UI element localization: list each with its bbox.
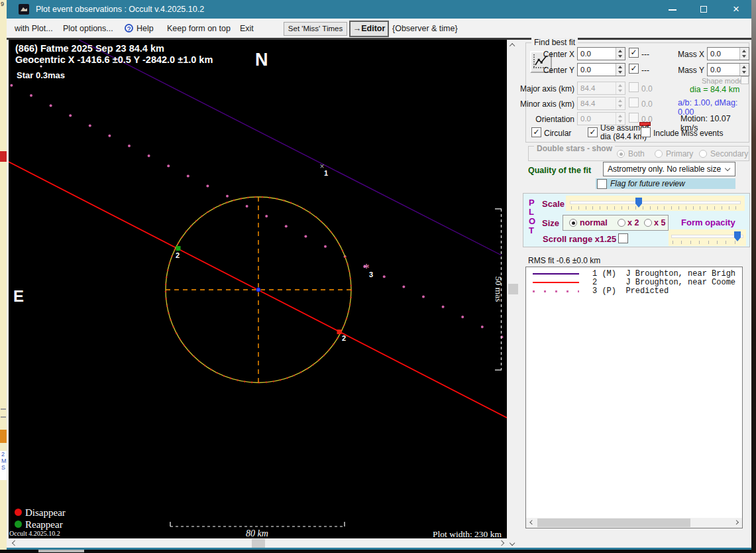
chord1-line-sample: [533, 273, 579, 275]
scroll-right-icon[interactable]: [499, 540, 505, 546]
center-y-label: Center Y: [533, 66, 574, 75]
reappear-dot: [15, 521, 22, 528]
center-y-spin-buttons[interactable]: [616, 64, 625, 76]
predicted-chord-dots: [10, 84, 503, 339]
chord-legend-listbox[interactable]: 1 (M) J Broughton, near Brigh 2 J Brough…: [525, 267, 743, 528]
close-button[interactable]: ×: [721, 0, 751, 19]
plot-canvas[interactable]: 22×1*3 (866) Fatme 2025 Sep 23 84.4 km G…: [9, 40, 507, 538]
horizontal-scrollbar-thumb[interactable]: [252, 539, 265, 548]
chord-3-predicted-dot: [442, 306, 445, 308]
major-axis-spin-buttons[interactable]: [616, 82, 625, 94]
center-x-checkbox[interactable]: [629, 48, 639, 58]
menu-with-plot[interactable]: with Plot...: [15, 24, 53, 33]
chord-3-predicted-dot: [128, 145, 131, 147]
use-assumed-dia-checkbox[interactable]: [588, 127, 598, 137]
scroll-right-icon[interactable]: [734, 520, 739, 525]
list-item[interactable]: 1 (M) J Broughton, near Brigh: [531, 269, 738, 278]
center-x-spin-buttons[interactable]: [616, 48, 625, 60]
listbox-scrollbar-thumb[interactable]: [537, 519, 690, 527]
set-miss-times-button[interactable]: Set 'Miss' Times: [284, 22, 347, 36]
chord-3-predicted-dot: [324, 245, 327, 248]
mass-x-spinner[interactable]: 0.0: [707, 47, 749, 60]
center-y-spinner[interactable]: 0.0: [577, 63, 625, 76]
minor-axis-checkbox[interactable]: [629, 97, 639, 107]
major-axis-spinner[interactable]: 84.4: [577, 82, 625, 95]
bg-fragment-text: S: [1, 464, 7, 471]
minor-axis-spinner[interactable]: 84.4: [577, 97, 625, 110]
primary-label: Primary: [666, 149, 693, 158]
maximize-button[interactable]: [689, 0, 720, 19]
form-opacity-slider[interactable]: [669, 229, 746, 246]
mass-y-spin-buttons[interactable]: [739, 64, 749, 76]
background-window-sliver: 9 2 M S: [0, 0, 7, 553]
vertical-scrollbar-thumb[interactable]: [508, 284, 518, 294]
center-y-value: 0.0: [580, 66, 591, 74]
chord-3-predicted-dot: [69, 114, 72, 117]
flag-review-checkbox[interactable]: [597, 179, 607, 189]
midtime-marker-chord1-label: 1: [324, 169, 328, 177]
disappear-dot: [15, 509, 22, 516]
app-icon: [19, 4, 29, 15]
help-icon[interactable]: ?: [125, 24, 133, 32]
mass-x-spin-buttons[interactable]: [739, 48, 749, 60]
major-axis-checkbox[interactable]: [629, 82, 639, 92]
chord-3-predicted-dot: [246, 205, 248, 208]
circular-checkbox[interactable]: [531, 127, 541, 137]
find-best-fit-title: Find best fit: [531, 38, 578, 47]
chord-3-predicted-dot: [481, 326, 484, 328]
center-x-spinner[interactable]: 0.0: [577, 47, 625, 60]
menu-exit[interactable]: Exit: [240, 24, 254, 33]
bg-fragment-line: [1, 408, 6, 410]
scroll-down-icon[interactable]: [510, 540, 515, 546]
chord-3-predicted-dot: [461, 316, 464, 318]
menu-plot-options[interactable]: Plot options...: [63, 24, 113, 33]
flag-review-row: Flag for future review: [596, 178, 735, 189]
rms-fit-readout: RMS fit -0.6 ±0.0 km: [528, 256, 600, 265]
flag-review-label: Flag for future review: [610, 179, 685, 188]
chord2-entry: 2 J Broughton, near Coome: [592, 278, 735, 287]
form-opacity-thumb[interactable]: [734, 231, 741, 241]
menu-help[interactable]: Help: [136, 24, 154, 33]
minor-axis-spin-buttons[interactable]: [616, 97, 625, 109]
secondary-radio[interactable]: [699, 150, 707, 158]
menu-keep-form-on-top[interactable]: Keep form on top: [167, 24, 231, 33]
circle-center-dot: [256, 288, 260, 292]
chord3-dotted-sample: [533, 290, 579, 292]
both-radio[interactable]: [617, 150, 625, 158]
scroll-range-checkbox[interactable]: [618, 233, 628, 243]
scroll-left-icon[interactable]: [529, 520, 535, 525]
editor-button[interactable]: →Editor: [349, 21, 389, 37]
shape-model-checkbox[interactable]: [741, 76, 749, 84]
bg-fragment-text: M: [1, 458, 7, 464]
listbox-horizontal-scrollbar[interactable]: [526, 518, 742, 528]
bg-fragment-text: 2: [1, 451, 7, 458]
north-label: N: [255, 50, 268, 70]
major-axis-extra: 0.0: [641, 84, 653, 93]
list-item[interactable]: 3 (P) Predicted: [531, 286, 738, 295]
size-x5-radio[interactable]: [644, 219, 652, 227]
size-x5-label: x 5: [654, 218, 665, 227]
chord-3-predicted-dot: [50, 104, 52, 107]
circular-label: Circular: [544, 129, 571, 138]
app-window: Plot event observations : Occult v.4.202…: [7, 0, 751, 550]
scroll-up-icon[interactable]: [510, 43, 515, 49]
scale-slider[interactable]: [566, 196, 745, 211]
plot-controls-panel: P L O T Scale Size normal x 2 x 5: [523, 193, 750, 247]
scroll-range-label: Scroll range x1.25: [543, 234, 616, 244]
list-item[interactable]: 2 J Broughton, near Coome: [531, 278, 738, 286]
scroll-left-icon[interactable]: [12, 540, 18, 546]
minimize-button[interactable]: [657, 0, 688, 19]
observed-chords: [9, 40, 507, 418]
title-bar[interactable]: Plot event observations : Occult v.4.202…: [7, 0, 751, 19]
orientation-checkbox[interactable]: [629, 113, 639, 123]
size-x2-radio[interactable]: [618, 219, 625, 227]
diameter-readout: dia = 84.4 km: [690, 85, 739, 94]
size-normal-radio[interactable]: [569, 219, 577, 227]
include-miss-label: Include Miss events: [653, 129, 723, 138]
major-axis-value: 84.4: [580, 84, 595, 92]
include-miss-checkbox[interactable]: [641, 127, 651, 137]
primary-radio[interactable]: [655, 150, 663, 158]
center-y-checkbox[interactable]: [629, 64, 639, 74]
mass-y-spinner[interactable]: 0.0: [707, 63, 749, 76]
quality-dropdown[interactable]: Astrometry only. No reliable size: [603, 162, 735, 176]
